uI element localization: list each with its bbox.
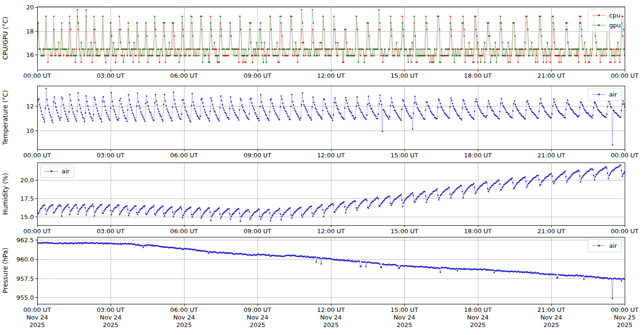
svg-text:20: 20 xyxy=(26,4,34,11)
legend: cpugpu xyxy=(588,9,621,32)
svg-text:21:00 UT: 21:00 UT xyxy=(537,228,565,235)
svg-text:960.0: 960.0 xyxy=(16,256,34,263)
svg-text:09:00 UT: 09:00 UT xyxy=(243,72,271,79)
ticks xyxy=(35,180,625,227)
grid xyxy=(37,7,625,70)
svg-text:10: 10 xyxy=(26,127,34,134)
subplot-temperature-c: 00:00 UT03:00 UT06:00 UT09:00 UT12:00 UT… xyxy=(23,86,638,159)
svg-text:16: 16 xyxy=(26,51,34,58)
svg-text:21:00 UT: 21:00 UT xyxy=(537,72,565,79)
ylabel-humidity: Humidity (%) xyxy=(1,173,9,215)
svg-text:2025: 2025 xyxy=(617,321,632,328)
svg-text:Nov 24: Nov 24 xyxy=(100,314,121,321)
legend-label-air: air xyxy=(609,91,618,98)
svg-text:12:00 UT: 12:00 UT xyxy=(317,72,345,79)
svg-text:15:00 UT: 15:00 UT xyxy=(390,72,418,79)
legend: air xyxy=(588,88,621,101)
svg-text:12:00 UT: 12:00 UT xyxy=(317,228,345,235)
weather-station-figure: CPU/GPU (°C) Temperature (°C) Humidity (… xyxy=(0,0,644,335)
grid xyxy=(37,237,625,304)
svg-text:Nov 24: Nov 24 xyxy=(320,314,342,321)
svg-text:18:00 UT: 18:00 UT xyxy=(464,152,491,159)
legend: air xyxy=(588,239,621,252)
ylabel-pressure: Pressure (hPa) xyxy=(1,248,9,294)
svg-text:Nov 24: Nov 24 xyxy=(394,314,415,321)
svg-text:06:00 UT: 06:00 UT xyxy=(170,306,198,313)
svg-text:03:00 UT: 03:00 UT xyxy=(97,306,124,313)
subplot-pressure-hpa: 00:00 UTNov 24202503:00 UTNov 24202506:0… xyxy=(16,237,639,328)
svg-text:2025: 2025 xyxy=(250,321,265,328)
chart-canvas: CPU/GPU (°C) Temperature (°C) Humidity (… xyxy=(0,0,644,335)
svg-text:03:00 UT: 03:00 UT xyxy=(97,228,124,235)
svg-text:00:00 UT: 00:00 UT xyxy=(23,152,51,159)
svg-text:09:00 UT: 09:00 UT xyxy=(243,228,271,235)
legend-label-gpu: gpu xyxy=(609,22,621,29)
legend-label-cpu: cpu xyxy=(609,12,620,19)
subplot-cpu-gpu-c: 00:00 UT03:00 UT06:00 UT09:00 UT12:00 UT… xyxy=(23,4,638,79)
svg-text:12:00 UT: 12:00 UT xyxy=(317,152,345,159)
ylabel-cpu-gpu: CPU/GPU (°C) xyxy=(1,16,9,59)
svg-text:Nov 24: Nov 24 xyxy=(173,314,195,321)
legend-label-air: air xyxy=(62,168,70,175)
svg-text:18:00 UT: 18:00 UT xyxy=(464,306,491,313)
svg-text:00:00 UT: 00:00 UT xyxy=(611,152,638,159)
svg-text:18: 18 xyxy=(26,28,34,35)
svg-text:03:00 UT: 03:00 UT xyxy=(97,152,124,159)
svg-text:00:00 UT: 00:00 UT xyxy=(611,228,638,235)
svg-text:2025: 2025 xyxy=(176,321,192,328)
svg-text:00:00 UT: 00:00 UT xyxy=(23,72,51,79)
svg-text:17.5: 17.5 xyxy=(20,195,34,202)
svg-text:15:00 UT: 15:00 UT xyxy=(390,306,418,313)
svg-text:06:00 UT: 06:00 UT xyxy=(170,152,198,159)
svg-text:00:00 UT: 00:00 UT xyxy=(611,72,638,79)
svg-text:955.0: 955.0 xyxy=(16,294,34,301)
svg-text:2025: 2025 xyxy=(470,321,485,328)
grid xyxy=(37,163,625,225)
svg-text:21:00 UT: 21:00 UT xyxy=(537,306,565,313)
svg-text:2025: 2025 xyxy=(323,321,338,328)
ylabel-temperature: Temperature (°C) xyxy=(1,90,9,146)
svg-text:957.5: 957.5 xyxy=(16,275,34,282)
svg-text:Nov 24: Nov 24 xyxy=(467,314,489,321)
svg-text:06:00 UT: 06:00 UT xyxy=(170,72,198,79)
svg-text:Nov 25: Nov 25 xyxy=(614,314,636,321)
svg-text:20.0: 20.0 xyxy=(20,177,34,184)
svg-text:00:00 UT: 00:00 UT xyxy=(23,228,51,235)
svg-text:09:00 UT: 09:00 UT xyxy=(243,306,271,313)
svg-text:Nov 24: Nov 24 xyxy=(540,314,562,321)
legend-label-air: air xyxy=(609,242,618,249)
svg-text:Nov 24: Nov 24 xyxy=(247,314,268,321)
svg-text:00:00 UT: 00:00 UT xyxy=(611,306,638,313)
svg-text:21:00 UT: 21:00 UT xyxy=(537,152,565,159)
svg-text:962.5: 962.5 xyxy=(16,237,34,244)
svg-text:18:00 UT: 18:00 UT xyxy=(464,72,491,79)
svg-text:00:00 UT: 00:00 UT xyxy=(23,306,51,313)
svg-text:12:00 UT: 12:00 UT xyxy=(317,306,345,313)
svg-text:2025: 2025 xyxy=(103,321,118,328)
svg-text:15.0: 15.0 xyxy=(20,213,34,221)
svg-text:18:00 UT: 18:00 UT xyxy=(464,228,491,235)
svg-text:03:00 UT: 03:00 UT xyxy=(97,72,124,79)
legend: air xyxy=(40,165,74,178)
svg-text:2025: 2025 xyxy=(396,321,412,328)
svg-text:09:00 UT: 09:00 UT xyxy=(243,152,271,159)
subplot-humidity: 00:00 UT03:00 UT06:00 UT09:00 UT12:00 UT… xyxy=(20,163,639,235)
svg-text:15:00 UT: 15:00 UT xyxy=(390,152,418,159)
svg-text:2025: 2025 xyxy=(543,321,559,328)
svg-text:Nov 24: Nov 24 xyxy=(26,314,48,321)
svg-text:12: 12 xyxy=(26,103,34,110)
svg-text:2025: 2025 xyxy=(29,321,45,328)
svg-text:06:00 UT: 06:00 UT xyxy=(170,228,198,235)
svg-text:15:00 UT: 15:00 UT xyxy=(390,228,418,235)
